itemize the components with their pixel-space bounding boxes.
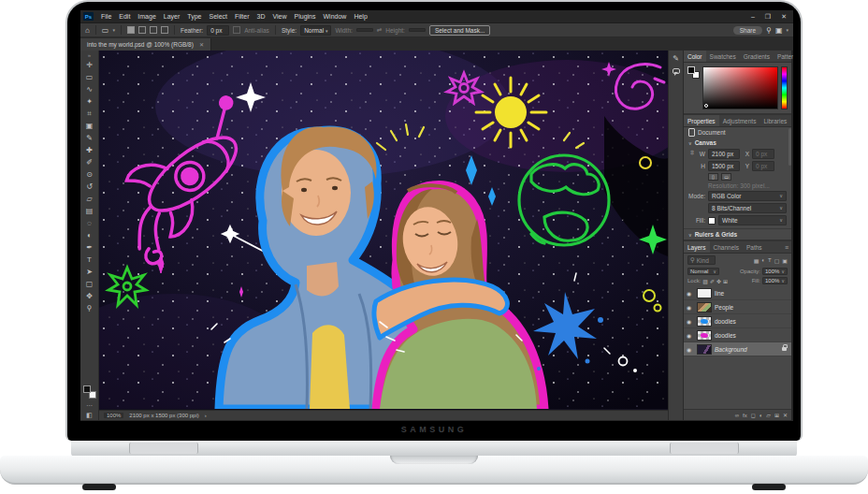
document-tab[interactable]: into the my world.psd @ 100% (RGB/8) ✕ bbox=[80, 38, 211, 51]
screen-mode-icon[interactable]: ◧ bbox=[80, 410, 98, 419]
history-brush-tool-icon[interactable]: ↺ bbox=[80, 181, 98, 193]
subtract-from-selection-icon[interactable] bbox=[150, 26, 157, 34]
type-tool-icon[interactable]: T bbox=[80, 254, 98, 266]
layer-row[interactable]: ◉ line bbox=[684, 286, 791, 300]
panel-scrollbar[interactable] bbox=[788, 128, 791, 166]
foreground-background-colors[interactable] bbox=[83, 385, 96, 399]
color-mode-select[interactable]: RGB Color∨ bbox=[708, 191, 787, 201]
style-select[interactable]: Normal ▾ bbox=[300, 25, 331, 36]
layer-visibility-icon[interactable]: ◉ bbox=[687, 332, 694, 339]
move-tool-icon[interactable]: ✛ bbox=[80, 59, 98, 71]
feather-input[interactable]: 0 px bbox=[207, 25, 229, 36]
layer-visibility-icon[interactable]: ◉ bbox=[687, 304, 694, 311]
canvas-x-input[interactable]: 0 px bbox=[752, 149, 774, 159]
type-layer-filter-icon[interactable]: T bbox=[768, 257, 772, 264]
blur-tool-icon[interactable]: ◌ bbox=[80, 217, 98, 229]
marquee-tool-icon[interactable]: ▭ bbox=[80, 71, 98, 83]
lasso-tool-icon[interactable]: ∿ bbox=[80, 83, 98, 95]
layer-thumbnail[interactable] bbox=[697, 330, 712, 341]
height-input[interactable] bbox=[409, 28, 426, 32]
path-selection-tool-icon[interactable]: ➤ bbox=[80, 266, 98, 278]
fill-color-swatch[interactable] bbox=[708, 217, 716, 225]
menu-item[interactable]: Help bbox=[350, 13, 370, 20]
healing-brush-tool-icon[interactable]: ✚ bbox=[80, 144, 98, 156]
tab-channels[interactable]: Channels bbox=[710, 241, 743, 253]
tab-gradients[interactable]: Gradients bbox=[740, 51, 774, 62]
adjustment-layer-filter-icon[interactable]: ◐ bbox=[761, 257, 765, 264]
tab-swatches[interactable]: Swatches bbox=[706, 51, 740, 62]
menu-item[interactable]: Layer bbox=[160, 13, 184, 20]
tab-layers[interactable]: Layers bbox=[684, 241, 710, 253]
tab-color[interactable]: Color bbox=[684, 51, 706, 62]
toolbar-collapse-icon[interactable]: » bbox=[80, 51, 98, 59]
link-layers-icon[interactable]: ∞ bbox=[735, 413, 739, 418]
pixel-layer-filter-icon[interactable]: ▦ bbox=[754, 257, 760, 264]
chevron-down-icon[interactable]: ▾ bbox=[786, 27, 788, 33]
canvas-width-input[interactable]: 2100 px bbox=[708, 149, 740, 159]
layer-mask-icon[interactable]: ◻ bbox=[751, 412, 756, 418]
adjustment-layer-icon[interactable]: ◐ bbox=[760, 413, 763, 418]
menu-item[interactable]: Filter bbox=[231, 13, 253, 20]
eyedropper-tool-icon[interactable]: ✎ bbox=[80, 132, 98, 144]
brush-tool-icon[interactable]: ✐ bbox=[80, 156, 98, 168]
search-icon[interactable]: ⚲ bbox=[766, 26, 772, 35]
new-selection-icon[interactable] bbox=[127, 26, 135, 34]
smart-object-filter-icon[interactable]: ▣ bbox=[782, 257, 788, 264]
opacity-input[interactable]: 100%∨ bbox=[762, 268, 788, 275]
frame-tool-icon[interactable]: ▣ bbox=[80, 120, 98, 132]
shape-tool-icon[interactable]: ▢ bbox=[80, 278, 98, 290]
width-input[interactable] bbox=[356, 28, 373, 32]
swap-dimensions-icon[interactable]: ⇄ bbox=[377, 26, 382, 34]
select-and-mask-button[interactable]: Select and Mask... bbox=[429, 25, 490, 36]
close-button[interactable]: ✕ bbox=[781, 13, 787, 21]
canvas-artwork[interactable] bbox=[99, 51, 668, 409]
layer-thumbnail[interactable] bbox=[697, 302, 712, 312]
layer-search-input[interactable]: ⚲ Kind bbox=[687, 255, 716, 265]
minimize-button[interactable]: – bbox=[751, 13, 755, 21]
foreground-color-swatch[interactable] bbox=[83, 385, 91, 393]
delete-layer-icon[interactable]: ✕ bbox=[783, 412, 788, 418]
menu-item[interactable]: Plugins bbox=[291, 13, 320, 20]
gradient-tool-icon[interactable]: ▤ bbox=[80, 205, 98, 217]
lock-pixels-icon[interactable]: ✐ bbox=[710, 278, 715, 284]
dodge-tool-icon[interactable]: ◐ bbox=[80, 229, 98, 241]
clone-stamp-tool-icon[interactable]: ⊙ bbox=[80, 168, 98, 181]
layer-visibility-icon[interactable]: ◉ bbox=[687, 318, 694, 325]
canvas-y-input[interactable]: 0 px bbox=[752, 161, 774, 171]
shape-layer-filter-icon[interactable]: ▢ bbox=[774, 257, 780, 264]
tab-properties[interactable]: Properties bbox=[684, 115, 719, 126]
panel-menu-icon[interactable]: ≡ bbox=[785, 244, 791, 251]
orientation-portrait-icon[interactable]: ▯ bbox=[708, 173, 718, 181]
link-dimensions-icon[interactable]: ∞ bbox=[689, 151, 696, 158]
tab-adjustments[interactable]: Adjustments bbox=[719, 115, 760, 126]
layer-thumbnail[interactable] bbox=[697, 316, 712, 327]
add-to-selection-icon[interactable] bbox=[138, 26, 146, 34]
eraser-tool-icon[interactable]: ▱ bbox=[80, 193, 98, 205]
tab-libraries[interactable]: Libraries bbox=[760, 115, 790, 126]
fill-opacity-input[interactable]: 100%∨ bbox=[762, 277, 788, 284]
marquee-tool-preset-icon[interactable]: ▭ bbox=[102, 26, 109, 35]
lock-artboard-icon[interactable]: ⊞ bbox=[723, 278, 728, 284]
hue-slider[interactable] bbox=[781, 66, 788, 109]
zoom-level-input[interactable]: 100% bbox=[104, 413, 123, 418]
intersect-selection-icon[interactable] bbox=[161, 26, 168, 34]
fill-select[interactable]: White∨ bbox=[718, 215, 787, 225]
collapse-section-icon[interactable]: ∨ bbox=[688, 232, 692, 238]
menu-item[interactable]: View bbox=[269, 13, 291, 20]
menu-item[interactable]: Select bbox=[206, 13, 231, 20]
layer-row[interactable]: ◉ doodles bbox=[684, 328, 791, 342]
restore-button[interactable]: ❐ bbox=[765, 13, 771, 21]
share-button[interactable]: Share bbox=[733, 26, 762, 35]
comments-panel-icon[interactable] bbox=[673, 68, 680, 74]
color-swatch-pair[interactable] bbox=[687, 66, 700, 79]
status-chevron-icon[interactable]: › bbox=[205, 413, 207, 418]
hand-tool-icon[interactable]: ✥ bbox=[80, 290, 98, 302]
blend-mode-select[interactable]: Normal∨ bbox=[687, 268, 719, 275]
layer-row[interactable]: ◉ People bbox=[684, 300, 791, 314]
close-tab-icon[interactable]: ✕ bbox=[199, 41, 204, 48]
layer-group-icon[interactable]: ▱ bbox=[766, 412, 771, 418]
chevron-down-icon[interactable]: ▾ bbox=[112, 27, 115, 33]
lock-position-icon[interactable]: ✥ bbox=[716, 278, 721, 284]
menu-item[interactable]: 3D bbox=[253, 13, 269, 20]
crop-tool-icon[interactable]: ⌗ bbox=[80, 108, 98, 120]
